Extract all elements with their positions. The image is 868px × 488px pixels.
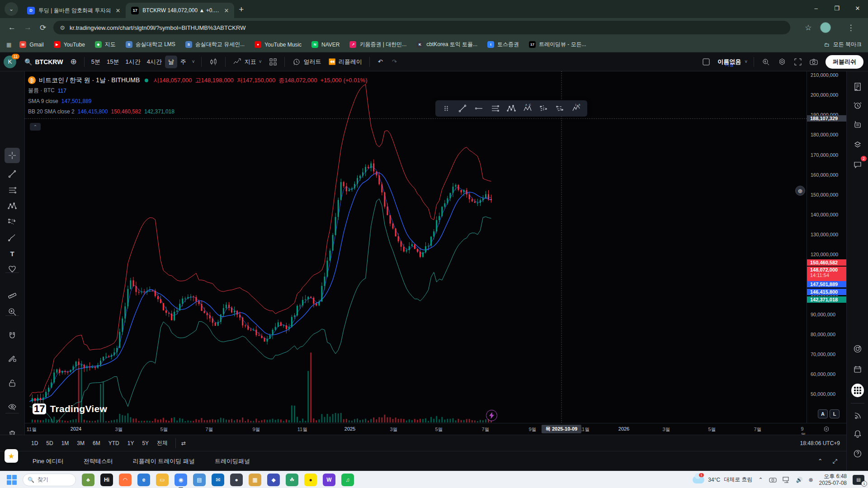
- tray-expand-icon[interactable]: ⌃: [759, 477, 763, 483]
- log-scale-button[interactable]: L: [830, 409, 840, 418]
- new-tab-button[interactable]: +: [239, 5, 244, 14]
- chat-button[interactable]: 2: [851, 158, 864, 171]
- parallel-a-tool[interactable]: [536, 102, 552, 115]
- ruler-tool[interactable]: [5, 286, 20, 302]
- network-icon[interactable]: [783, 477, 790, 483]
- apps-grid-icon[interactable]: ▦: [6, 42, 11, 48]
- bookmark-star-icon[interactable]: ☆: [805, 23, 811, 33]
- maximize-button[interactable]: ❐: [826, 0, 847, 16]
- emoji-tool[interactable]: [5, 261, 20, 277]
- drag-handle[interactable]: [438, 102, 454, 115]
- legend-collapse-button[interactable]: ⌃: [30, 123, 41, 131]
- bookmark-0[interactable]: MGmail: [19, 41, 43, 48]
- tv-user-avatar[interactable]: K 11: [4, 56, 16, 68]
- price-chart[interactable]: [25, 71, 807, 423]
- taskbar-app-widget-plant[interactable]: ♣: [82, 474, 94, 486]
- taskbar-app-store[interactable]: ▤: [193, 474, 206, 486]
- horizontal-line-tool[interactable]: [471, 102, 487, 115]
- axis-settings-corner[interactable]: [807, 423, 846, 435]
- interval-1시간[interactable]: 1시간: [122, 56, 143, 68]
- browser-tab-0[interactable]: D투딩 | 올바른 암호화폐 투자의✕: [22, 3, 126, 18]
- start-button[interactable]: [5, 474, 18, 486]
- interval-15분[interactable]: 15분: [104, 56, 122, 68]
- range-1D[interactable]: 1D: [27, 438, 42, 448]
- elliott-wave-tool[interactable]: 15: [568, 102, 585, 115]
- hide-all-tool[interactable]: [5, 399, 20, 414]
- taskbar-app-wavve[interactable]: W: [323, 474, 335, 486]
- browser-tab-1[interactable]: 17BTCKRW 148,072,000 ▲ +0.01✕: [126, 3, 234, 18]
- watchlist-button[interactable]: [851, 80, 864, 93]
- bell-button[interactable]: [851, 427, 864, 440]
- interval-5분[interactable]: 5분: [88, 56, 104, 68]
- interval-날[interactable]: 날: [165, 56, 177, 68]
- lock-all-tool[interactable]: [5, 375, 20, 391]
- panel-collapse-icon[interactable]: ⌃: [818, 458, 823, 465]
- bb-label[interactable]: BB 20 SMA close 2: [28, 108, 75, 115]
- chat-notification-icon[interactable]: ▤1: [853, 475, 864, 485]
- redo-icon[interactable]: ↷: [392, 58, 397, 65]
- range-5Y[interactable]: 5Y: [138, 438, 153, 448]
- zoom-in-tool[interactable]: [5, 304, 20, 319]
- trend-line-tool[interactable]: [454, 102, 471, 115]
- gauge-button[interactable]: [851, 343, 864, 355]
- bookmark-6[interactable]: NNAVER: [311, 41, 340, 48]
- projection-tool[interactable]: [5, 214, 20, 230]
- taskbar-app-file-explorer[interactable]: ▭: [156, 474, 169, 486]
- clock[interactable]: 오후 6:48 2025-07-08: [819, 473, 847, 487]
- panel-tab[interactable]: Pine 에디터: [33, 457, 64, 465]
- notes-button[interactable]: [851, 118, 864, 131]
- bookmark-5[interactable]: ●YouTube Music: [255, 41, 302, 48]
- back-icon[interactable]: ←: [8, 23, 16, 32]
- parallel-b-tool[interactable]: [552, 102, 568, 115]
- draw-mode-tool[interactable]: [5, 351, 20, 366]
- chart-style-button[interactable]: [205, 55, 222, 69]
- undo-icon[interactable]: ↶: [378, 58, 383, 65]
- feed-button[interactable]: [851, 409, 864, 422]
- replay-button[interactable]: ⏪ 리플레이: [325, 55, 366, 69]
- tab-close-icon[interactable]: ✕: [114, 7, 121, 14]
- layout-select-button[interactable]: [698, 55, 714, 69]
- quick-search-icon[interactable]: [758, 55, 774, 69]
- interval-주[interactable]: 주: [177, 56, 189, 68]
- sma-label[interactable]: SMA 9 close: [28, 98, 58, 104]
- taskbar-app-kakaotalk[interactable]: ●: [304, 474, 317, 486]
- magnet-tool[interactable]: [5, 328, 20, 343]
- layout-name-button[interactable]: 이름없음 저장: [714, 55, 745, 69]
- fullscreen-icon[interactable]: [790, 55, 806, 69]
- panel-tab[interactable]: 트레이딩패널: [215, 457, 250, 465]
- save-label[interactable]: 저장: [725, 62, 734, 68]
- panel-tab[interactable]: 리플레이 트레이딩 패널: [133, 457, 195, 465]
- object-tree-button[interactable]: [851, 138, 864, 151]
- profile-avatar[interactable]: [820, 22, 831, 33]
- goto-date-icon[interactable]: ⇄: [181, 440, 186, 446]
- alerts-button[interactable]: [851, 99, 864, 112]
- taskbar-search[interactable]: 🔍 찾기: [23, 474, 76, 486]
- range-6M[interactable]: 6M: [89, 438, 104, 448]
- panel-tab[interactable]: 전략테스터: [84, 457, 113, 465]
- alert-button[interactable]: 얼러트: [288, 55, 325, 69]
- range-3M[interactable]: 3M: [73, 438, 89, 448]
- xabcd-pattern-tool[interactable]: [5, 198, 20, 214]
- publish-button[interactable]: 퍼블리쉬: [826, 55, 863, 69]
- fib-retracement-tool[interactable]: [487, 102, 503, 115]
- taskbar-app-app-hi[interactable]: Hi: [100, 474, 113, 486]
- browser-menu-icon[interactable]: ⋮: [847, 23, 855, 33]
- taskbar-app-firefox[interactable]: ◠: [119, 474, 132, 486]
- time-axis[interactable]: 11월20243월5월7월9월11월20253월5월7월9월11월20263월5…: [25, 423, 807, 435]
- volume-icon[interactable]: 🔊: [796, 477, 803, 483]
- range-YTD[interactable]: YTD: [104, 438, 123, 448]
- fib-retracement-tool[interactable]: [5, 183, 20, 198]
- bookmark-4[interactable]: S숭실대학교 유세인...: [185, 41, 245, 48]
- taskbar-app-folder[interactable]: ▦: [249, 474, 261, 486]
- interval-chevron-icon[interactable]: ˅: [192, 59, 195, 64]
- taskbar-app-chrome[interactable]: ◉: [175, 474, 187, 486]
- minimize-button[interactable]: –: [806, 0, 826, 16]
- taskbar-app-photos[interactable]: ◆: [267, 474, 280, 486]
- brush-tool[interactable]: [5, 230, 20, 245]
- calendar-button[interactable]: [851, 363, 864, 375]
- bookmark-3[interactable]: S숭실대학교 LMS: [126, 41, 175, 48]
- exchange-clock[interactable]: 18:48:06 UTC+9: [800, 440, 840, 446]
- xabcd-pattern-tool[interactable]: [503, 102, 519, 115]
- taskbar-app-spotify[interactable]: ♫: [341, 474, 354, 486]
- trend-line-tool[interactable]: [5, 166, 20, 182]
